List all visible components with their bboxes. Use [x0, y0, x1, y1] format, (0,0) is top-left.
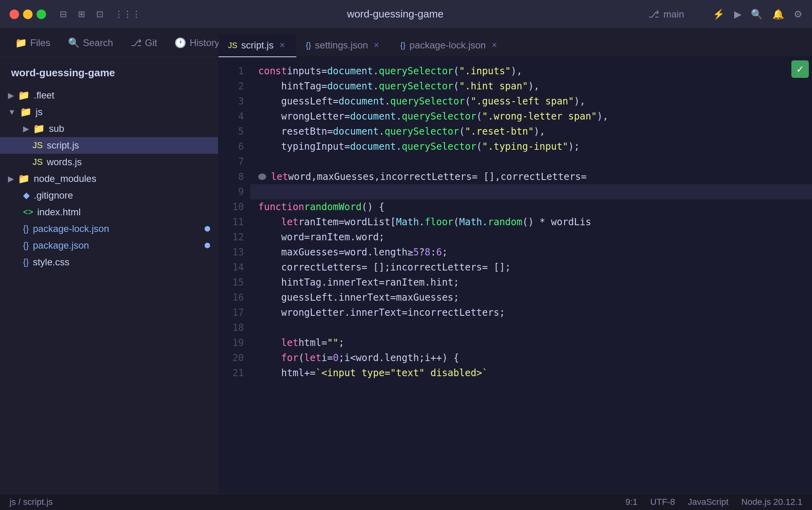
- file-label: js: [36, 106, 43, 118]
- modified-badge: [205, 226, 210, 232]
- tree-item-fleet[interactable]: ▶ 📁 .fleet: [0, 87, 218, 104]
- plain-text: .: [373, 64, 379, 79]
- nav-files[interactable]: 📁 Files: [8, 33, 58, 52]
- function-name: randomWord: [304, 199, 362, 214]
- tab-package-lock[interactable]: {} package-lock.json ✕: [391, 34, 508, 57]
- layout-icon[interactable]: ⊞: [78, 9, 85, 19]
- bell-icon[interactable]: 🔔: [772, 9, 784, 20]
- string-literal: ".typing-input": [482, 139, 568, 154]
- language: JavaScript: [688, 497, 729, 507]
- code-area[interactable]: 1 2 3 4 5 6 7 8 9 10 11 12 13 14 15 16 1…: [218, 57, 812, 493]
- line-num: 20: [218, 350, 250, 365]
- tree-item-words-js[interactable]: JS words.js: [0, 154, 218, 170]
- keyword: function: [258, 199, 304, 214]
- sidebar-nav: 📁 Files 🔍 Search ⎇ Git 🕐 History +: [0, 29, 218, 57]
- code-line: wrongLetter . innerText = incorrectLette…: [250, 305, 812, 320]
- code-line: const inputs = document . querySelector …: [250, 64, 812, 79]
- plain-text: [258, 290, 281, 305]
- titlebar: ⊟ ⊞ ⊡ ⋮⋮⋮ word-guessing-game ⎇ main ⚡ ▶ …: [0, 0, 812, 29]
- plain-text: [258, 365, 281, 381]
- close-button[interactable]: [10, 10, 19, 19]
- code-line: function randomWord () {: [250, 199, 812, 214]
- identifier: maxGuesses: [317, 169, 375, 184]
- titlebar-actions: ⚡ ▶ 🔍 🔔 ⚙: [713, 9, 802, 20]
- plain-text: [258, 245, 281, 260]
- nav-history-label: History: [189, 37, 219, 48]
- plain-text: ),: [528, 79, 539, 94]
- maximize-button[interactable]: [37, 10, 46, 19]
- plain-text: =: [321, 335, 327, 350]
- keyword: const: [258, 64, 287, 79]
- tab-close-button[interactable]: ✕: [278, 40, 287, 50]
- play-icon[interactable]: ▶: [734, 9, 741, 20]
- line-num: 19: [218, 335, 250, 350]
- line-num: 2: [218, 79, 250, 94]
- tree-item-node-modules[interactable]: ▶ 📁 node_modules: [0, 170, 218, 187]
- tree-item-script-js[interactable]: JS script.js: [0, 137, 218, 154]
- identifier: innerText: [350, 305, 402, 320]
- plain-text: .: [379, 350, 384, 365]
- nav-history[interactable]: 🕐 History: [167, 33, 226, 52]
- tree-item-package-lock[interactable]: {} package-lock.json: [0, 220, 218, 237]
- traffic-lights: [10, 10, 46, 19]
- code-line: maxGuesses = word . length ≥ 5 ? 8 : 6 ;: [250, 245, 812, 260]
- tree-item-index-html[interactable]: <> index.html: [0, 204, 218, 220]
- plain-text: =: [321, 64, 327, 79]
- plain-text: .: [396, 109, 402, 124]
- line-num: 4: [218, 109, 250, 124]
- branch-icon: ⎇: [648, 9, 659, 20]
- nav-git[interactable]: ⎇ Git: [124, 33, 164, 52]
- sidebar-toggle-icon[interactable]: ⊟: [60, 9, 67, 19]
- sidebar-status: js / script.js: [0, 493, 218, 510]
- tab-close-button[interactable]: ✕: [490, 40, 499, 50]
- plain-text: [258, 335, 281, 350]
- plain-text: .: [344, 305, 350, 320]
- plain-text: () {: [362, 199, 385, 214]
- line-num: 6: [218, 139, 250, 154]
- plain-text: .: [333, 290, 338, 305]
- line-num: 15: [218, 275, 250, 290]
- grid-icon[interactable]: ⋮⋮⋮: [114, 9, 141, 19]
- plain-text: =: [379, 275, 384, 290]
- tree-item-js[interactable]: ▼ 📁 js: [0, 104, 218, 120]
- plain-text: [258, 109, 281, 124]
- tab-script-js[interactable]: JS script.js ✕: [218, 34, 296, 57]
- search-icon[interactable]: 🔍: [751, 9, 763, 20]
- method-name: querySelector: [379, 64, 453, 79]
- identifier: document: [327, 79, 373, 94]
- tree-item-style-css[interactable]: {} style.css: [0, 254, 218, 270]
- minimize-button[interactable]: [23, 10, 33, 19]
- plain-text: = [];: [482, 260, 511, 275]
- tab-settings-json[interactable]: {} settings.json ✕: [296, 34, 391, 57]
- plain-text: =: [321, 79, 327, 94]
- string-literal: `<input type="text" disabled>`: [316, 365, 488, 381]
- keyword: for: [281, 350, 298, 365]
- plain-text: ),: [534, 124, 545, 139]
- tree-item-gitignore[interactable]: ◆ .gitignore: [0, 187, 218, 204]
- line-num: 3: [218, 94, 250, 109]
- tree-item-sub[interactable]: ▶ 📁 sub: [0, 120, 218, 137]
- plain-text: =: [327, 350, 333, 365]
- lightning-icon[interactable]: ⚡: [713, 9, 725, 20]
- plain-text: ++) {: [431, 350, 459, 365]
- split-icon[interactable]: ⊡: [96, 9, 103, 19]
- tab-close-button[interactable]: ✕: [372, 40, 381, 50]
- identifier: hintTag: [281, 79, 321, 94]
- plain-text: ),: [597, 109, 609, 124]
- line-num: 13: [218, 245, 250, 260]
- code-line: guessLeft . innerText = maxGuesses ;: [250, 290, 812, 305]
- file-label: index.html: [37, 207, 81, 218]
- line-num: 21: [218, 365, 250, 381]
- branch-info: ⎇ main: [648, 9, 684, 20]
- method-name: floor: [425, 214, 453, 230]
- nav-search[interactable]: 🔍 Search: [61, 33, 120, 52]
- line-num: 11: [218, 214, 250, 230]
- line-num: 12: [218, 230, 250, 245]
- identifier: hint: [431, 275, 454, 290]
- code-line: typingInput = document . querySelector (…: [250, 139, 812, 154]
- settings-icon[interactable]: ⚙: [794, 9, 802, 20]
- tree-item-package-json[interactable]: {} package.json: [0, 237, 218, 254]
- folder-icon: 📁: [18, 90, 30, 101]
- nav-files-label: Files: [30, 37, 50, 48]
- method-name: querySelector: [385, 124, 459, 139]
